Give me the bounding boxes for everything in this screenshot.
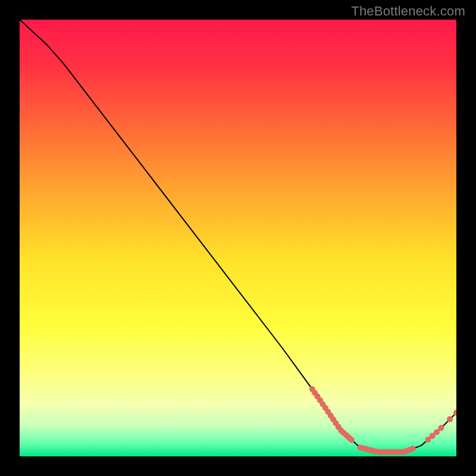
data-marker (453, 410, 459, 416)
data-marker (434, 429, 440, 435)
bottleneck-curve-chart (0, 0, 476, 476)
data-marker (447, 416, 453, 422)
chart-frame: { "watermark": "TheBottleneck.com", "cha… (0, 0, 476, 476)
data-marker (410, 446, 416, 452)
data-marker (438, 425, 444, 431)
gradient-background (20, 20, 456, 456)
data-marker (349, 437, 355, 443)
